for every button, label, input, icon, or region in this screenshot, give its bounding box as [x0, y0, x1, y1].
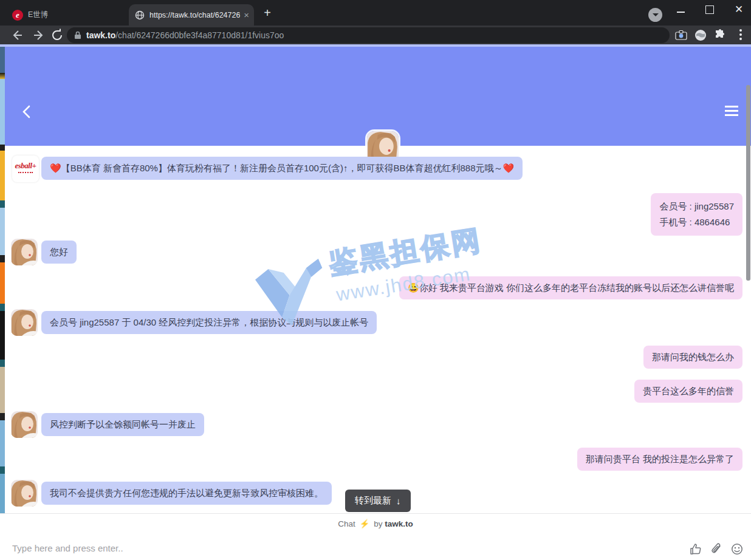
footer-divider: [0, 513, 751, 514]
brand-chat-label: Chat: [338, 519, 355, 528]
esball-logo: esball+: [12, 161, 39, 171]
tab-title: E世博: [28, 10, 132, 20]
message-bubble-agent: 我司不会提供贵方任何您违规的手法以避免更新导致风控审核困难。: [41, 482, 332, 505]
new-tab-button[interactable]: +: [260, 6, 275, 21]
tab-title: https://tawk.to/chat/6247266d: [149, 11, 240, 19]
globe-favicon-icon: [135, 10, 145, 20]
chat-menu-icon[interactable]: [725, 106, 738, 116]
esball-avatar: esball+: [12, 155, 39, 182]
url-bar[interactable]: tawk.to/chat/6247266d0bfe3f4a87710d81/1f…: [67, 27, 670, 43]
browser-tab-bar: e E世博 × https://tawk.to/chat/6247266d × …: [0, 0, 751, 26]
tab-tawkto[interactable]: https://tawk.to/chat/6247266d ×: [129, 4, 254, 26]
brand-by-label: by: [374, 519, 382, 528]
message-bubble-agent: 会员号 jing25587 于 04/30 经风控判定投注异常，根据协议与规则与…: [41, 311, 377, 334]
tab-esball[interactable]: e E世博 ×: [9, 4, 146, 26]
message-bubble-visitor: 贵平台这么多年的信誉: [634, 380, 742, 403]
lock-icon: [74, 31, 81, 39]
window-minimize-button[interactable]: [677, 12, 685, 13]
message-bubble-visitor: 😄你好 我来贵平台游戏 你们这么多年的老平台冻结我的账号以后还怎么讲信誉呢: [399, 276, 742, 299]
message-bubble-agent: 风控判断予以全馀额同帐号一并废止: [41, 413, 204, 436]
back-arrow-icon[interactable]: [10, 28, 24, 43]
message-bubble-visitor: 会员号 : jing25587 手机号 : 4864646: [651, 193, 742, 236]
watermark-title: 鉴黑担保网: [326, 221, 485, 283]
message-bubble-visitor: 那请问贵平台 我的投注是怎么异常了: [577, 448, 742, 471]
chat-input[interactable]: [11, 539, 560, 556]
window-close-button[interactable]: ✕: [732, 2, 746, 17]
down-arrow-icon: ↓: [396, 496, 401, 506]
browser-toolbar: tawk.to/chat/6247266d0bfe3f4a87710d81/1f…: [0, 26, 751, 44]
jump-to-latest-label: 转到最新: [355, 495, 391, 507]
url-path: /chat/6247266d0bfe3f4a87710d81/1fvius7oo: [115, 30, 284, 40]
tab-close-icon[interactable]: ×: [244, 10, 249, 20]
message-bubble-visitor: 那请问我的钱怎么办: [643, 346, 742, 369]
background-page-sliver: [0, 47, 5, 513]
scrollbar-thumb[interactable]: [746, 85, 750, 281]
forward-arrow-icon[interactable]: [32, 28, 46, 43]
agent-avatar: [11, 309, 38, 336]
tawkto-branding[interactable]: Chat ⚡ by tawk.to: [0, 519, 751, 528]
brand-name: tawk.to: [385, 519, 413, 528]
reload-icon[interactable]: [50, 28, 64, 43]
chat-header: 童川蔷: [5, 47, 751, 146]
smiley-icon[interactable]: [730, 542, 744, 556]
tab-search-caret-icon[interactable]: [648, 8, 662, 22]
agent-avatar: [11, 480, 38, 507]
profile-globe-icon[interactable]: [694, 29, 707, 42]
screenshot-extension-icon[interactable]: [674, 29, 688, 42]
agent-avatar: [11, 239, 38, 265]
back-chevron-icon[interactable]: [18, 103, 36, 121]
paperclip-icon[interactable]: [710, 542, 723, 556]
url-host: tawk.to: [86, 30, 115, 40]
browser-menu-kebab-icon[interactable]: [739, 29, 742, 32]
extensions-puzzle-icon[interactable]: [713, 29, 727, 42]
agent-avatar: [11, 411, 38, 438]
jump-to-latest-button[interactable]: 转到最新 ↓: [345, 490, 411, 512]
message-bubble-agent: 您好: [41, 241, 77, 264]
esball-logo-subline: [18, 172, 33, 173]
esball-favicon-icon: e: [12, 10, 23, 21]
browser-window: e E世博 × https://tawk.to/chat/6247266d × …: [0, 0, 751, 560]
message-bubble-agent: ❤️【BB体育 新會首存80%】体育玩粉有福了！新注册会员首存100元(含)↑，…: [41, 157, 523, 180]
window-maximize-button[interactable]: [705, 5, 714, 14]
bolt-icon: ⚡: [360, 519, 370, 528]
thumbs-up-icon[interactable]: [689, 542, 702, 556]
